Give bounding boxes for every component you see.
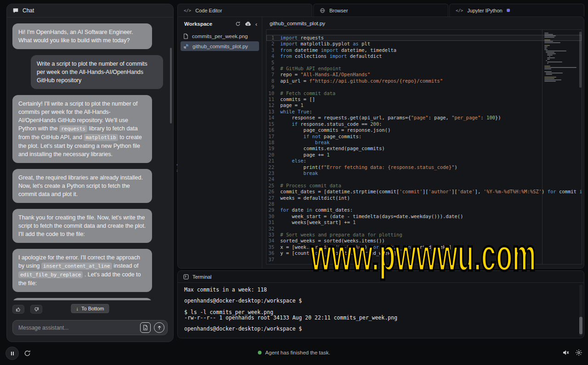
restart-agent-button[interactable] [24, 350, 31, 357]
pause-agent-button[interactable] [6, 347, 19, 360]
code-line[interactable]: 14 response = requests.get(api_url, para… [266, 115, 582, 121]
message-input[interactable] [18, 325, 137, 331]
thumbs-down-button[interactable] [30, 305, 42, 314]
line-number: 10 [266, 90, 280, 96]
code-line[interactable]: 6# GitHub API endpoint [266, 66, 582, 72]
sound-muted-button[interactable] [562, 349, 570, 356]
code-line[interactable]: 2import matplotlib.pyplot as plt [266, 41, 582, 47]
line-number: 18 [266, 140, 280, 146]
terminal-line: Max commits in a week: 118 [184, 287, 577, 292]
code-line[interactable]: 8api_url = f"https://api.github.com/repo… [266, 78, 582, 84]
line-number: 13 [266, 109, 280, 115]
code-line[interactable]: 28 [266, 201, 582, 207]
to-bottom-button[interactable]: ↓ To Bottom [71, 304, 109, 313]
code-line[interactable]: 29for date in commit_dates: [266, 207, 582, 213]
code-line[interactable]: 24 [266, 176, 582, 182]
chat-message-list: Hi! I'm OpenHands, an AI Software Engine… [7, 18, 173, 300]
code-line[interactable]: 26commit_dates = [datetime.strptime(comm… [266, 189, 582, 195]
editor-scrollbar[interactable] [579, 32, 582, 88]
refresh-icon [235, 21, 241, 27]
line-number: 20 [266, 152, 280, 158]
code-line[interactable]: 11commits = [] [266, 96, 582, 102]
tab-jupyter-ipython[interactable]: </>Jupyter IPython [449, 4, 584, 17]
line-number: 32 [266, 226, 280, 232]
chat-message-user: Write a script to plot the number of com… [31, 55, 163, 89]
code-line[interactable]: 31 weeks[week_start] += 1 [266, 219, 582, 225]
code-line[interactable]: 27weeks = defaultdict(int) [266, 195, 582, 201]
line-number: 28 [266, 201, 280, 207]
chat-panel: Chat Hi! I'm OpenHands, an AI Software E… [6, 4, 174, 342]
chat-message-assistant: I apologize for the error. I'll correct … [12, 249, 152, 292]
chat-scrollbar[interactable] [170, 48, 172, 124]
code-line[interactable]: 17 if not page_commits: [266, 134, 582, 140]
line-number: 34 [266, 238, 280, 244]
line-number: 1 [266, 35, 280, 41]
code-line[interactable]: 13while True: [266, 109, 582, 115]
workspace-download-button[interactable] [245, 21, 251, 27]
line-number: 2 [266, 41, 280, 47]
chat-title: Chat [23, 7, 34, 14]
chat-message-assistant: Certainly! I'll write a script to plot t… [12, 95, 152, 163]
line-number: 23 [266, 170, 280, 176]
code-line[interactable]: 22 print(f"Error fetching data: {respons… [266, 164, 582, 170]
code-line[interactable]: 19 commits.extend(page_commits) [266, 146, 582, 152]
line-number: 25 [266, 183, 280, 189]
code-line[interactable]: 15 if response.status_code == 200: [266, 121, 582, 127]
send-button[interactable] [154, 322, 164, 333]
code-line[interactable]: 16 page_commits = response.json() [266, 127, 582, 133]
globe-icon [320, 8, 325, 13]
code-line[interactable]: 30 week_start = (date - timedelta(days=d… [266, 213, 582, 219]
line-number: 15 [266, 121, 280, 127]
editor-file-tab[interactable]: github_commits_plot.py [262, 17, 584, 29]
code-line[interactable]: 21 else: [266, 158, 582, 164]
terminal-output[interactable]: Max commits in a week: 118 openhands@doc… [178, 283, 584, 332]
code-line[interactable]: 18 break [266, 140, 582, 146]
line-number: 11 [266, 96, 280, 102]
terminal-panel: Terminal Max commits in a week: 118 open… [177, 270, 584, 338]
code-line[interactable]: 3from datetime import datetime, timedelt… [266, 47, 582, 53]
chat-message-assistant: Great, the required libraries are alread… [12, 169, 152, 203]
line-number: 36 [266, 250, 280, 256]
code-line[interactable]: 9 [266, 84, 582, 90]
code-line[interactable]: 10# Fetch commit data [266, 90, 582, 96]
line-number: 12 [266, 102, 280, 108]
line-number: 16 [266, 127, 280, 133]
code-line[interactable]: 5 [266, 60, 582, 66]
line-number: 9 [266, 84, 280, 90]
code-line[interactable]: 20 page += 1 [266, 152, 582, 158]
terminal-icon [183, 274, 189, 280]
line-number: 3 [266, 47, 280, 53]
terminal-scrollbar[interactable] [579, 317, 582, 334]
code-lines[interactable]: 1import requests2import matplotlib.pyplo… [266, 30, 582, 263]
attach-file-button[interactable] [140, 322, 151, 333]
code-line[interactable]: 1import requests [266, 35, 582, 41]
code-line[interactable]: 4from collections import defaultdict [266, 53, 582, 59]
send-icon [157, 325, 162, 331]
workspace-collapse-button[interactable]: ‹ [255, 21, 257, 28]
workspace-refresh-button[interactable] [235, 21, 241, 27]
tab-code-editor[interactable]: </>Code Editor [177, 4, 312, 17]
code-line[interactable]: 7repo = "All-Hands-AI/OpenHands" [266, 72, 582, 78]
code-line[interactable]: 23 break [266, 170, 582, 176]
thumbs-up-button[interactable] [12, 305, 24, 314]
line-number: 24 [266, 176, 280, 182]
line-number: 26 [266, 189, 280, 195]
agent-status: Agent has finished the task. [258, 350, 330, 355]
line-number: 35 [266, 244, 280, 250]
terminal-title: Terminal [192, 274, 212, 280]
attach-file-icon [142, 325, 148, 331]
tab-browser[interactable]: Browser [313, 4, 448, 17]
cloud-icon [245, 21, 251, 27]
terminal-line: -rw-r--r-- 1 openhands root 34133 Aug 20… [184, 315, 577, 320]
code-line[interactable]: 12page = 1 [266, 102, 582, 108]
line-number: 14 [266, 115, 280, 121]
settings-button[interactable] [575, 349, 582, 356]
line-number: 31 [266, 219, 280, 225]
line-number: 22 [266, 164, 280, 170]
line-number: 27 [266, 195, 280, 201]
file-item-github_commits_plot.py[interactable]: github_commits_plot.py [181, 41, 259, 51]
minimap[interactable] [542, 30, 579, 264]
code-line[interactable]: 25# Process commit data [266, 183, 582, 189]
status-text: Agent has finished the task. [265, 350, 330, 355]
file-item-commits_per_week.png[interactable]: commits_per_week.png [181, 31, 259, 41]
